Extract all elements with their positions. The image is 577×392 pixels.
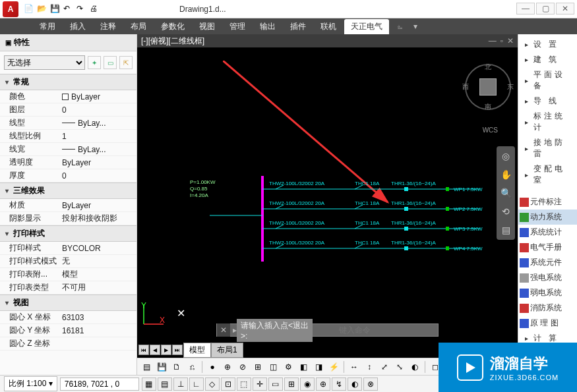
selection-combo[interactable]: 无选择 [4, 55, 85, 70]
prop-color_k[interactable]: 颜色ByLayer [0, 90, 137, 103]
ribbon-tab-6[interactable]: 管理 [223, 19, 252, 34]
qat-save-icon[interactable]: 💾 [50, 4, 61, 14]
rmenu-tool[interactable]: 电气手册 [518, 240, 577, 255]
ribbon-tab-7[interactable]: 输出 [253, 19, 282, 34]
prop-thick_k[interactable]: 厚度0 [0, 169, 137, 182]
vp-close-icon[interactable]: ✕ [507, 36, 514, 45]
app-logo[interactable]: A [3, 1, 18, 17]
status-toggle[interactable]: ⊥ [173, 378, 188, 391]
prop-shadow_k[interactable]: 阴影显示投射和接收阴影 [0, 212, 137, 225]
viewport-label[interactable]: [-][俯视][二维线框] [141, 36, 204, 47]
status-toggle[interactable]: ▦ [142, 378, 156, 391]
tab-model[interactable]: 模型 [183, 343, 211, 358]
ribbon-tab-10[interactable]: 天正电气 [344, 19, 389, 34]
cat-plot[interactable]: ▾打印样式 [0, 225, 137, 242]
prop-cx_k[interactable]: 圆心 X 坐标63103 [0, 311, 137, 324]
nav-wheel-icon[interactable]: ◎ [499, 149, 513, 163]
view-cube[interactable]: 北 东 南 西 [465, 64, 511, 110]
rmenu-tool[interactable]: 原 理 图 [518, 316, 577, 331]
toolbar-button[interactable]: ⚡ [327, 360, 340, 374]
rmenu-tool[interactable]: 消防系统 [518, 300, 577, 316]
qat-redo-icon[interactable]: ↷ [76, 4, 87, 14]
status-toggle[interactable]: ◉ [300, 378, 315, 391]
ribbon-tab-3[interactable]: 布局 [124, 19, 153, 34]
ribbon-tab-9[interactable]: 联机 [314, 19, 343, 34]
tab-nav-first[interactable]: ⏮ [138, 345, 149, 355]
rmenu-item[interactable]: ▸设 置 [518, 37, 577, 52]
prop-cz_k[interactable]: 圆心 Z 坐标 [0, 337, 137, 350]
minimize-button[interactable]: — [516, 3, 535, 14]
rmenu-tool[interactable]: 动力系统 [518, 210, 577, 225]
ribbon-extra-icon[interactable]: ▾ [410, 21, 421, 32]
toolbar-button[interactable]: ⤢ [378, 360, 391, 374]
toolbar-button[interactable]: ↔ [348, 360, 361, 374]
toolbar-button[interactable]: ⊞ [251, 360, 264, 374]
cat-general[interactable]: ▾常规 [0, 74, 137, 90]
toolbar-button[interactable]: 💾 [155, 360, 168, 374]
status-scale[interactable]: 比例 1:100 ▾ [4, 376, 57, 391]
cmdline-close-icon[interactable]: ✕ [217, 323, 230, 337]
toolbar-button[interactable]: ↕ [363, 360, 376, 374]
prop-ptabletype_k[interactable]: 打印表类型不可用 [0, 281, 137, 294]
toolbar-button[interactable]: ⎌ [185, 360, 198, 374]
rmenu-item[interactable]: ▸接地防雷 [518, 135, 577, 161]
prop-transp_k[interactable]: 透明度ByLayer [0, 156, 137, 169]
rmenu-tool[interactable]: 元件标注 [518, 194, 577, 210]
status-toggle[interactable]: ◐ [348, 378, 362, 391]
rmenu-item[interactable]: ▸导 线 [518, 94, 577, 109]
ribbon-tab-2[interactable]: 注释 [94, 19, 123, 34]
cat-3dfx[interactable]: ▾三维效果 [0, 182, 137, 199]
rmenu-tool[interactable]: 强电系统 [518, 270, 577, 285]
properties-panel-title[interactable]: ▣特性 [0, 34, 137, 51]
tab-nav-prev[interactable]: ◀ [150, 345, 160, 355]
toolbar-button[interactable]: ▤ [140, 360, 153, 374]
prop-layer_k[interactable]: 图层0 [0, 103, 137, 117]
toolbar-button[interactable]: ◫ [266, 360, 280, 374]
vp-max-icon[interactable]: ▫ [501, 36, 503, 45]
ribbon-tab-5[interactable]: 视图 [193, 19, 222, 34]
status-toggle[interactable]: ⊡ [221, 378, 235, 391]
tab-layout1[interactable]: 布局1 [211, 343, 243, 358]
prop-ltscale_k[interactable]: 线型比例1 [0, 130, 137, 143]
status-toggle[interactable]: ∟ [189, 378, 204, 391]
ribbon-extra-icon[interactable]: ⎁ [394, 21, 405, 32]
prop-lweight_k[interactable]: 线宽ByLay... [0, 143, 137, 156]
ribbon-tab-0[interactable]: 常用 [33, 19, 62, 34]
toolbar-button[interactable]: ◐ [408, 360, 421, 374]
toolbar-button[interactable]: ⊘ [236, 360, 249, 374]
prop-ltype_k[interactable]: 线型ByLay... [0, 117, 137, 130]
tab-nav-last[interactable]: ⏭ [172, 345, 183, 355]
toolbar-button[interactable]: 🗋 [170, 360, 183, 374]
pickadd-icon[interactable]: ▭ [104, 56, 117, 69]
prop-pstylemode_k[interactable]: 打印样式模式无 [0, 255, 137, 268]
nav-orbit-icon[interactable]: ⟲ [499, 204, 513, 219]
rmenu-item[interactable]: ▸平面设备 [518, 67, 577, 94]
ribbon-tab-8[interactable]: 插件 [284, 19, 313, 34]
toolbar-button[interactable]: ● [206, 360, 219, 374]
rmenu-item[interactable]: ▸标注统计 [518, 109, 577, 135]
prop-ptable_k[interactable]: 打印表附...模型 [0, 268, 137, 281]
status-toggle[interactable]: ◇ [205, 378, 220, 391]
rmenu-tool[interactable]: 系统元件 [518, 255, 577, 270]
rmenu-tool[interactable]: 系统统计 [518, 225, 577, 240]
select-objects-icon[interactable]: ⇱ [119, 56, 133, 69]
toolbar-button[interactable]: ⊕ [221, 360, 234, 374]
status-toggle[interactable]: ⊗ [363, 378, 378, 391]
status-toggle[interactable]: ▭ [268, 378, 283, 391]
toolbar-button[interactable]: ◧ [297, 360, 310, 374]
status-toggle[interactable]: ▤ [158, 378, 172, 391]
rmenu-item[interactable]: ▸建 筑 [518, 52, 577, 67]
prop-pstyle_k[interactable]: 打印样式BYCOLOR [0, 242, 137, 255]
nav-zoom-icon[interactable]: 🔍 [499, 186, 513, 200]
ribbon-tab-4[interactable]: 参数化 [154, 19, 191, 34]
qat-new-icon[interactable]: 📄 [24, 4, 34, 14]
qat-undo-icon[interactable]: ↶ [63, 4, 74, 14]
tab-nav-next[interactable]: ▶ [161, 345, 171, 355]
prop-material_k[interactable]: 材质ByLayer [0, 199, 137, 212]
close-button[interactable]: ✕ [556, 3, 574, 14]
rmenu-item[interactable]: ▸变配电室 [518, 161, 577, 188]
qat-print-icon[interactable]: 🖨 [90, 4, 100, 14]
maximize-button[interactable]: ▢ [536, 3, 555, 14]
nav-pan-icon[interactable]: ✋ [499, 167, 513, 182]
ribbon-tab-1[interactable]: 插入 [63, 19, 92, 34]
